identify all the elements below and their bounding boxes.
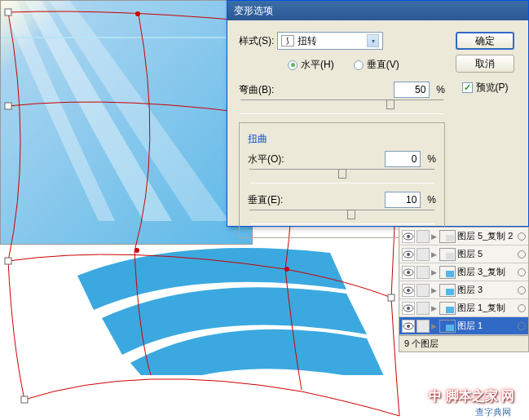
warp-options-dialog: 变形选项 样式(S): ⟆扭转 ▾ 水平(H) 垂直(V) 弯曲(B): % xyxy=(227,0,529,227)
layer-name[interactable]: 图层 5 xyxy=(457,248,516,260)
slider-thumb-icon[interactable] xyxy=(347,210,355,219)
layer-row[interactable]: ▶图层 5_复制 2 xyxy=(399,228,528,245)
svg-point-17 xyxy=(407,271,410,274)
layer-target-icon[interactable] xyxy=(518,232,526,241)
vdist-label: 垂直(E): xyxy=(248,193,290,207)
preview-checkbox[interactable]: ✓ 预览(P) xyxy=(462,81,509,95)
hdist-input[interactable] xyxy=(385,151,421,167)
layer-name[interactable]: 图层 5_复制 2 xyxy=(457,230,516,242)
svg-point-10 xyxy=(134,248,139,253)
bend-input[interactable] xyxy=(394,82,430,98)
layer-target-icon[interactable] xyxy=(518,250,526,259)
layers-panel: ▶图层 5_复制 2▶图层 5▶图层 3_复制▶图层 3▶图层 1_复制▶图层 … xyxy=(399,227,529,352)
watermark: 中 脚本之家 网 xyxy=(429,388,514,405)
percent-label: % xyxy=(436,84,445,95)
layer-thumb xyxy=(439,320,456,333)
layer-row[interactable]: ▶图层 5 xyxy=(399,245,528,263)
hdist-label: 水平(O): xyxy=(248,153,290,166)
svg-rect-6 xyxy=(388,294,395,301)
layer-row[interactable]: ▶图层 1_复制 xyxy=(399,299,528,317)
svg-point-11 xyxy=(284,267,289,272)
slider-thumb-icon[interactable] xyxy=(386,99,395,109)
svg-rect-3 xyxy=(5,103,11,109)
layer-thumb xyxy=(439,284,456,297)
layer-row[interactable]: ▶图层 3 xyxy=(399,281,528,299)
style-label: 样式(S): xyxy=(239,34,274,48)
layer-name[interactable]: 图层 3_复制 xyxy=(457,266,516,278)
radio-vertical[interactable]: 垂直(V) xyxy=(354,58,399,72)
ok-button[interactable]: 确定 xyxy=(456,32,514,50)
svg-point-19 xyxy=(407,289,410,292)
chevron-down-icon[interactable]: ▾ xyxy=(367,34,379,47)
layer-name[interactable]: 图层 3 xyxy=(457,284,516,296)
svg-rect-5 xyxy=(5,258,11,264)
triangle-icon[interactable]: ▶ xyxy=(431,232,438,241)
eye-icon[interactable] xyxy=(402,266,415,279)
layer-row[interactable]: ▶图层 3_复制 xyxy=(399,263,528,281)
layer-thumb xyxy=(439,230,456,243)
layer-thumb xyxy=(439,266,456,279)
slider-thumb-icon[interactable] xyxy=(338,169,346,179)
check-icon: ✓ xyxy=(462,82,473,93)
svg-point-8 xyxy=(135,11,140,16)
style-combo[interactable]: ⟆扭转 ▾ xyxy=(277,32,383,50)
eye-icon[interactable] xyxy=(402,230,415,243)
layer-target-icon[interactable] xyxy=(518,268,526,276)
eye-icon[interactable] xyxy=(402,302,415,315)
lock-cell[interactable] xyxy=(417,284,430,297)
lock-cell[interactable] xyxy=(417,230,430,243)
svg-point-23 xyxy=(407,325,410,328)
eye-icon[interactable] xyxy=(402,248,415,261)
vdist-slider[interactable] xyxy=(249,210,434,224)
svg-point-13 xyxy=(407,235,410,238)
bend-label: 弯曲(B): xyxy=(239,83,281,97)
lock-cell[interactable] xyxy=(417,248,430,261)
radio-empty-icon xyxy=(354,60,364,70)
svg-point-21 xyxy=(407,307,410,310)
hdist-slider[interactable] xyxy=(249,169,434,183)
layer-thumb xyxy=(439,302,456,315)
lock-cell[interactable] xyxy=(417,302,430,315)
triangle-icon[interactable]: ▶ xyxy=(431,268,438,276)
distort-title: 扭曲 xyxy=(245,132,271,146)
layer-name[interactable]: 图层 1 xyxy=(457,320,516,332)
layer-target-icon[interactable] xyxy=(518,304,526,312)
vdist-input[interactable] xyxy=(385,192,421,208)
triangle-icon[interactable]: ▶ xyxy=(431,322,438,330)
layers-footer: 9 个图层 xyxy=(399,335,528,351)
lock-cell[interactable] xyxy=(417,320,430,333)
dialog-title[interactable]: 变形选项 xyxy=(227,1,528,20)
radio-horizontal[interactable]: 水平(H) xyxy=(288,58,334,72)
style-value: 扭转 xyxy=(298,34,317,48)
layer-target-icon[interactable] xyxy=(518,322,526,330)
triangle-icon[interactable]: ▶ xyxy=(431,286,438,294)
triangle-icon[interactable]: ▶ xyxy=(431,250,438,259)
svg-rect-1 xyxy=(5,9,11,15)
layer-row[interactable]: ▶图层 1 xyxy=(399,317,528,335)
layer-name[interactable]: 图层 1_复制 xyxy=(457,302,516,314)
radio-dot-icon xyxy=(288,60,298,70)
eye-icon[interactable] xyxy=(402,320,415,333)
svg-point-15 xyxy=(407,253,410,256)
lock-cell[interactable] xyxy=(417,266,430,279)
svg-rect-7 xyxy=(21,396,28,403)
triangle-icon[interactable]: ▶ xyxy=(431,304,438,312)
watermark2: 查字典网 xyxy=(475,406,511,418)
eye-icon[interactable] xyxy=(402,284,415,297)
cancel-button[interactable]: 取消 xyxy=(456,55,514,73)
layer-target-icon[interactable] xyxy=(518,286,526,294)
twist-icon: ⟆ xyxy=(281,35,294,46)
distort-fieldset: 扭曲 水平(O): % 垂直(E): % xyxy=(239,122,445,238)
bend-slider[interactable] xyxy=(240,99,443,114)
layer-thumb xyxy=(439,248,456,261)
